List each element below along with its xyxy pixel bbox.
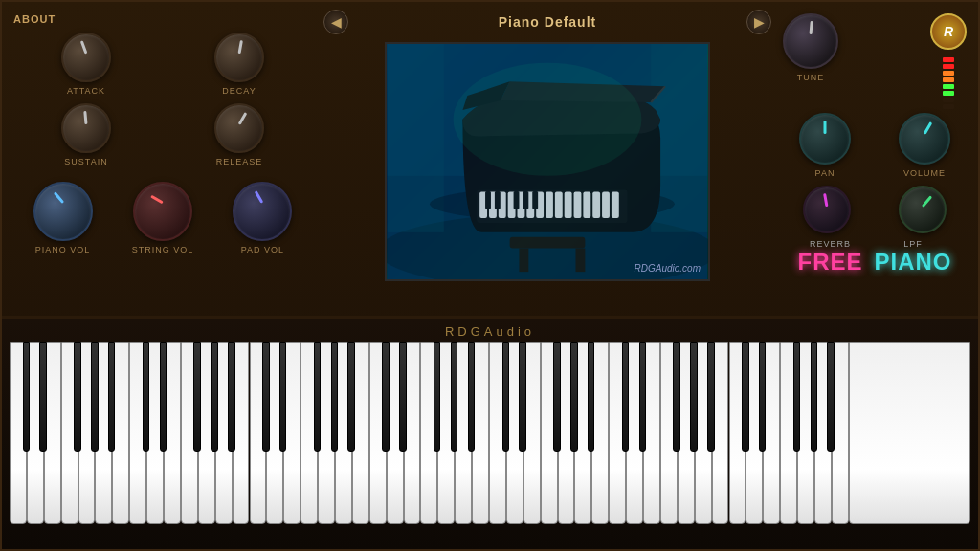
- vu-bar-green-1: [943, 84, 954, 89]
- keyboard[interactable]: [10, 342, 970, 524]
- prev-preset-button[interactable]: ◀: [323, 10, 348, 34]
- black-key[interactable]: [39, 342, 47, 452]
- black-key[interactable]: [519, 342, 526, 452]
- attack-label: ATTACK: [67, 86, 105, 96]
- black-key[interactable]: [673, 342, 680, 452]
- main-container: ABOUT ATTACK DECAY SUSTAIN ReLeasE: [0, 0, 980, 551]
- lpf-knob[interactable]: [899, 186, 947, 233]
- volume-group: VOLUME: [899, 113, 950, 178]
- black-key[interactable]: [553, 342, 561, 452]
- vu-bar-orange-1: [943, 71, 954, 76]
- black-key[interactable]: [399, 342, 407, 452]
- reverb-group: [803, 186, 851, 233]
- logo-badge: R: [930, 13, 967, 50]
- watermark: RDGAudio.com: [635, 263, 701, 274]
- vu-bar-off-2: [943, 104, 954, 109]
- sustain-group: SUSTAIN: [13, 103, 159, 166]
- keyboard-wrapper: [2, 342, 978, 549]
- black-key[interactable]: [279, 342, 287, 452]
- decay-knob[interactable]: [214, 33, 264, 82]
- octave-3: [369, 342, 489, 524]
- string-vol-knob[interactable]: [133, 182, 192, 241]
- black-key[interactable]: [193, 342, 201, 452]
- vu-bar-orange-2: [943, 77, 954, 82]
- octave-2: [250, 342, 369, 524]
- piano-vol-knob[interactable]: [33, 182, 93, 241]
- piano-vol-group: PIANO VOL: [33, 182, 93, 254]
- black-key[interactable]: [347, 342, 355, 452]
- black-key[interactable]: [570, 342, 578, 452]
- white-key[interactable]: [112, 342, 129, 524]
- vu-bar-red-2: [943, 64, 954, 69]
- black-key[interactable]: [793, 342, 801, 452]
- black-key[interactable]: [228, 342, 235, 452]
- vu-bar-red-1: [943, 57, 954, 62]
- reverb-sub-label: REVERB: [810, 239, 851, 249]
- vu-bar-green-2: [943, 91, 954, 96]
- about-label[interactable]: ABOUT: [13, 13, 312, 25]
- black-key[interactable]: [707, 342, 715, 452]
- attack-group: ATTACK: [13, 33, 159, 96]
- preset-nav: ◀ Piano Default ▶: [323, 10, 771, 34]
- attack-knob[interactable]: [61, 33, 111, 82]
- pan-label: PAN: [815, 168, 835, 178]
- tune-group: TUNE: [783, 13, 838, 82]
- lpf-group: [899, 186, 947, 233]
- sustain-label: SUSTAIN: [64, 157, 107, 166]
- vu-bar-off-1: [943, 98, 954, 102]
- release-group: ReLeasE: [167, 103, 312, 166]
- black-key[interactable]: [23, 342, 31, 452]
- reverb-knob[interactable]: [803, 186, 851, 233]
- black-key[interactable]: [434, 342, 441, 452]
- black-key[interactable]: [811, 342, 818, 452]
- black-key[interactable]: [108, 342, 116, 452]
- black-key[interactable]: [742, 342, 749, 452]
- octave-6: [729, 342, 849, 524]
- white-key[interactable]: [591, 342, 609, 524]
- release-knob[interactable]: [214, 103, 264, 153]
- black-key[interactable]: [143, 342, 150, 452]
- black-key[interactable]: [262, 342, 270, 452]
- octave-4: [489, 342, 609, 524]
- black-key[interactable]: [690, 342, 698, 452]
- right-top: TUNE R: [783, 13, 967, 109]
- black-key[interactable]: [468, 342, 476, 452]
- tune-knob[interactable]: [783, 13, 838, 69]
- black-key[interactable]: [639, 342, 647, 452]
- reverb-knob-group: [783, 186, 967, 233]
- pad-vol-group: PAD VOL: [233, 182, 292, 254]
- piano-vol-label: PIANO VOL: [35, 245, 91, 254]
- adsr-grid: ATTACK DECAY SUSTAIN ReLeasE: [13, 33, 312, 166]
- release-label: ReLeasE: [216, 157, 263, 166]
- lpf-sub-label: LPF: [903, 239, 923, 249]
- white-key[interactable]: [849, 342, 970, 524]
- black-key[interactable]: [74, 342, 81, 452]
- volume-knobs-row: PIANO VOL STRING VOL PAD VOL: [13, 182, 312, 254]
- right-section: TUNE R: [779, 10, 970, 308]
- black-key[interactable]: [331, 342, 339, 452]
- pan-knob[interactable]: [799, 113, 851, 165]
- black-key[interactable]: [382, 342, 390, 452]
- pad-vol-knob[interactable]: [233, 182, 292, 241]
- black-key[interactable]: [451, 342, 458, 452]
- black-key[interactable]: [211, 342, 218, 452]
- volume-label: VOLUME: [903, 168, 946, 178]
- black-key[interactable]: [759, 342, 767, 452]
- black-key[interactable]: [160, 342, 167, 452]
- keyboard-label: RDGAudio: [445, 324, 535, 339]
- piano-brand-label: PIANO: [875, 249, 952, 276]
- black-key[interactable]: [91, 342, 99, 452]
- volume-knob[interactable]: [899, 113, 950, 165]
- vu-meter: [943, 57, 954, 109]
- octave-1: [129, 342, 249, 524]
- black-key[interactable]: [827, 342, 835, 452]
- sustain-knob[interactable]: [61, 103, 111, 153]
- black-key[interactable]: [622, 342, 630, 452]
- black-key[interactable]: [502, 342, 510, 452]
- black-key[interactable]: [588, 342, 595, 452]
- black-key[interactable]: [314, 342, 322, 452]
- string-vol-group: STRING VOL: [132, 182, 194, 254]
- next-preset-button[interactable]: ▶: [746, 10, 771, 34]
- piano-image-inner: RDGAudio.com: [387, 44, 708, 279]
- free-label: FREE: [797, 249, 862, 276]
